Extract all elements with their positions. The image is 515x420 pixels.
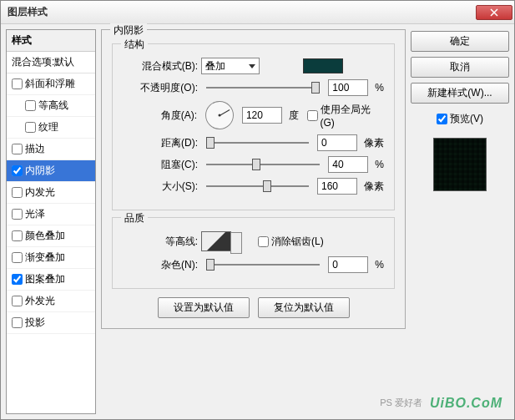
choke-slider[interactable]	[206, 157, 320, 172]
noise-unit: %	[375, 259, 384, 271]
quality-title: 品质	[121, 211, 148, 225]
watermark-text-2: PS 爱好者	[380, 397, 422, 409]
blend-mode-label: 混合模式(B):	[123, 59, 198, 73]
preview-thumbnail	[433, 138, 487, 191]
reset-default-button[interactable]: 复位为默认值	[258, 297, 350, 318]
style-item-checkbox[interactable]	[12, 230, 23, 241]
style-item-checkbox[interactable]	[12, 165, 23, 176]
style-item-label: 纹理	[38, 120, 58, 134]
style-item-label: 颜色叠加	[25, 229, 65, 243]
inner-shadow-group: 内阴影 结构 混合模式(B): 叠加 不透明度(O): 100 %	[101, 29, 406, 329]
distance-input[interactable]: 0	[317, 134, 357, 151]
style-item-2[interactable]: 纹理	[7, 117, 95, 139]
style-item-checkbox[interactable]	[12, 252, 23, 263]
contour-picker[interactable]	[201, 231, 231, 251]
contour-label: 等高线:	[123, 235, 198, 249]
choke-unit: %	[375, 159, 384, 170]
make-default-button[interactable]: 设置为默认值	[158, 297, 250, 318]
dialog-title: 图层样式	[8, 5, 476, 19]
style-item-checkbox[interactable]	[12, 274, 23, 285]
distance-unit: 像素	[364, 136, 384, 150]
style-item-checkbox[interactable]	[25, 100, 36, 111]
group-title: 内阴影	[110, 23, 147, 38]
choke-input[interactable]: 40	[328, 156, 368, 173]
style-item-label: 内阴影	[25, 164, 55, 178]
angle-label: 角度(A):	[123, 109, 197, 123]
watermark-text: UiBO.CoM	[430, 396, 502, 411]
preview-cb[interactable]	[437, 114, 447, 124]
opacity-input[interactable]: 100	[328, 79, 368, 96]
styles-list: 样式 混合选项:默认 斜面和浮雕等高线纹理描边内阴影内发光光泽颜色叠加渐变叠加图…	[6, 29, 96, 414]
style-item-label: 斜面和浮雕	[25, 77, 75, 91]
distance-slider[interactable]	[206, 135, 309, 150]
style-item-9[interactable]: 图案叠加	[7, 269, 95, 291]
center-panel: 内阴影 结构 混合模式(B): 叠加 不透明度(O): 100 %	[101, 29, 406, 414]
style-item-0[interactable]: 斜面和浮雕	[7, 73, 95, 95]
style-item-checkbox[interactable]	[12, 296, 23, 306]
style-item-label: 投影	[25, 316, 45, 330]
style-item-6[interactable]: 光泽	[7, 204, 95, 225]
noise-input[interactable]: 0	[328, 256, 368, 273]
angle-control[interactable]	[205, 101, 234, 129]
noise-slider[interactable]	[206, 257, 320, 272]
close-button[interactable]	[476, 5, 512, 20]
angle-input[interactable]: 120	[242, 107, 282, 124]
style-item-label: 光泽	[25, 207, 45, 221]
style-item-checkbox[interactable]	[12, 187, 23, 198]
style-item-11[interactable]: 投影	[7, 312, 95, 334]
size-label: 大小(S):	[123, 180, 198, 194]
opacity-slider[interactable]	[206, 80, 320, 95]
new-style-button[interactable]: 新建样式(W)...	[411, 83, 509, 104]
color-swatch[interactable]	[303, 58, 343, 73]
antialias-checkbox[interactable]: 消除锯齿(L)	[258, 235, 324, 249]
preview-checkbox[interactable]: 预览(V)	[411, 112, 509, 126]
choke-label: 阻塞(C):	[123, 158, 198, 172]
layer-style-dialog: 图层样式 样式 混合选项:默认 斜面和浮雕等高线纹理描边内阴影内发光光泽颜色叠加…	[0, 0, 515, 420]
antialias-cb[interactable]	[258, 236, 269, 247]
cancel-button[interactable]: 取消	[411, 57, 509, 78]
structure-title: 结构	[121, 38, 148, 52]
style-item-3[interactable]: 描边	[7, 139, 95, 160]
noise-label: 杂色(N):	[123, 258, 198, 272]
opacity-label: 不透明度(O):	[123, 81, 198, 95]
style-item-checkbox[interactable]	[12, 144, 23, 154]
ok-button[interactable]: 确定	[411, 31, 509, 52]
size-unit: 像素	[364, 180, 384, 194]
style-item-checkbox[interactable]	[12, 317, 23, 328]
style-item-label: 图案叠加	[25, 272, 65, 286]
style-item-7[interactable]: 颜色叠加	[7, 225, 95, 247]
style-item-checkbox[interactable]	[12, 209, 23, 220]
global-light-cb[interactable]	[307, 110, 318, 121]
style-item-1[interactable]: 等高线	[7, 95, 95, 117]
styles-header: 样式	[7, 30, 95, 52]
size-input[interactable]: 160	[317, 178, 357, 195]
blend-mode-select[interactable]: 叠加	[201, 58, 260, 74]
style-item-checkbox[interactable]	[25, 122, 36, 133]
angle-unit: 度	[289, 109, 299, 123]
style-item-4[interactable]: 内阴影	[7, 160, 95, 182]
style-item-label: 描边	[25, 142, 45, 156]
opacity-unit: %	[375, 82, 384, 94]
global-light-checkbox[interactable]: 使用全局光(G)	[307, 103, 384, 129]
style-item-10[interactable]: 外发光	[7, 291, 95, 312]
style-item-8[interactable]: 渐变叠加	[7, 247, 95, 269]
right-panel: 确定 取消 新建样式(W)... 预览(V)	[411, 29, 509, 414]
style-item-label: 等高线	[38, 99, 68, 113]
style-item-label: 内发光	[25, 185, 55, 200]
titlebar: 图层样式	[1, 1, 514, 24]
style-item-5[interactable]: 内发光	[7, 182, 95, 204]
quality-group: 品质 等高线: 消除锯齿(L) 杂色(N): 0	[112, 217, 395, 289]
blend-options-default[interactable]: 混合选项:默认	[7, 52, 95, 73]
dialog-body: 样式 混合选项:默认 斜面和浮雕等高线纹理描边内阴影内发光光泽颜色叠加渐变叠加图…	[1, 24, 514, 419]
size-slider[interactable]	[206, 179, 309, 194]
style-item-label: 渐变叠加	[25, 250, 65, 265]
close-icon	[490, 8, 498, 17]
style-item-checkbox[interactable]	[12, 78, 23, 89]
style-item-label: 外发光	[25, 294, 55, 308]
structure-group: 结构 混合模式(B): 叠加 不透明度(O): 100 % 角	[112, 43, 395, 210]
distance-label: 距离(D):	[123, 136, 198, 150]
